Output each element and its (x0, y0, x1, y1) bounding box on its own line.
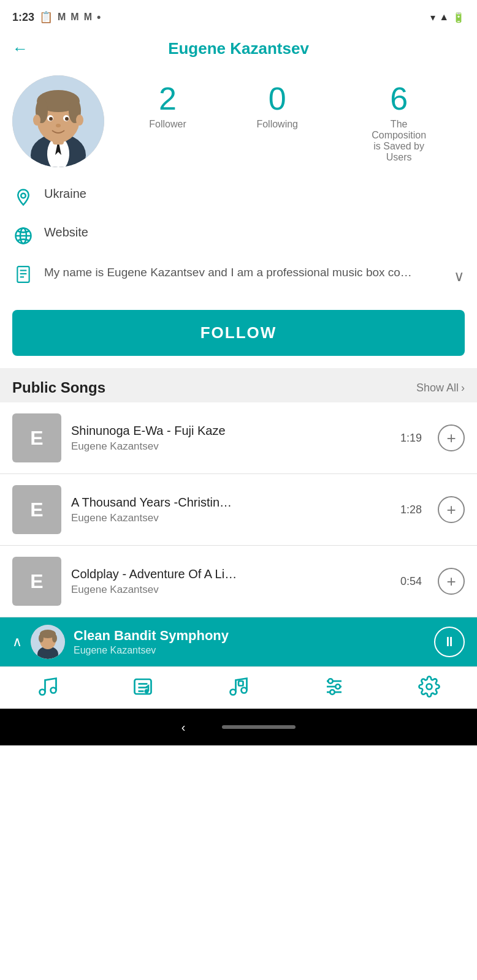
home-music-icon (37, 676, 59, 703)
svg-point-13 (56, 124, 61, 127)
song-title-2: Coldplay - Adventure Of A Li… (71, 567, 391, 581)
nav-item-music[interactable] (227, 676, 250, 703)
battery-icon: 🔋 (452, 12, 465, 23)
song-info-0: Shinunoga E-Wa - Fuji Kaze Eugene Kazant… (71, 424, 391, 453)
svg-point-30 (39, 690, 45, 695)
website-icon (12, 227, 34, 249)
nav-item-mixer[interactable] (323, 676, 345, 703)
svg-point-37 (230, 690, 235, 695)
location-text: Ukraine (44, 187, 465, 201)
status-icon-m3: M (84, 12, 92, 23)
songs-section-title: Public Songs (12, 379, 105, 396)
stat-follower[interactable]: 2 Follower (149, 81, 186, 163)
status-icon-clipboard: 📋 (39, 10, 53, 24)
bio-expand-icon[interactable]: ∨ (454, 268, 465, 285)
following-count: 0 (269, 81, 286, 116)
back-system-button[interactable]: ‹ (181, 720, 186, 734)
svg-point-44 (335, 684, 340, 689)
follow-button-container: FOLLOW (0, 301, 477, 368)
stats-container: 2 Follower 0 Following 6 The Composition… (114, 75, 465, 163)
stat-saved[interactable]: 6 The Composition is Saved by Users (368, 81, 430, 163)
now-playing-expand-icon[interactable]: ∧ (12, 634, 22, 650)
mixer-icon (323, 676, 345, 703)
song-item[interactable]: E Shinunoga E-Wa - Fuji Kaze Eugene Kaza… (0, 402, 477, 474)
song-artist-2: Eugene Kazantsev (71, 584, 391, 596)
show-all-label: Show All (416, 382, 459, 394)
now-playing-info: Clean Bandit Symphony Eugene Kazantsev (74, 628, 425, 656)
svg-point-29 (52, 634, 57, 643)
wifi-icon: ▾ (430, 12, 435, 23)
svg-point-16 (21, 194, 26, 198)
follower-label: Follower (149, 119, 186, 130)
bio-text: My name is Eugene Kazantsev and I am a p… (44, 264, 444, 282)
now-playing-bar[interactable]: ∧ Clean Bandit Symphony Eugene Kazantsev… (0, 617, 477, 666)
saved-label: The Composition is Saved by Users (368, 119, 430, 163)
now-playing-avatar (31, 625, 65, 659)
pause-icon: ⏸ (443, 634, 456, 650)
song-thumbnail-1: E (12, 485, 61, 534)
avatar (12, 75, 104, 167)
song-duration-1: 1:28 (400, 503, 422, 516)
song-list: E Shinunoga E-Wa - Fuji Kaze Eugene Kaza… (0, 402, 477, 617)
song-title-1: A Thousand Years -Christin… (71, 496, 391, 510)
following-label: Following (256, 119, 298, 130)
status-bar: 1:23 📋 M M M • ▾ ▲ 🔋 (0, 0, 477, 32)
pause-button[interactable]: ⏸ (434, 627, 465, 657)
bio-icon (12, 265, 34, 288)
bio-row: My name is Eugene Kazantsev and I am a p… (12, 257, 465, 295)
nav-item-home[interactable] (37, 676, 59, 703)
status-icon-m2: M (71, 12, 78, 23)
profile-section: 2 Follower 0 Following 6 The Composition… (0, 66, 477, 173)
song-item[interactable]: E A Thousand Years -Christin… Eugene Kaz… (0, 474, 477, 546)
svg-point-43 (328, 679, 333, 684)
svg-point-12 (65, 117, 69, 121)
location-row: Ukraine (12, 179, 465, 218)
svg-point-46 (427, 684, 432, 690)
song-thumbnail-0: E (12, 413, 61, 462)
info-section: Ukraine Website My name is Eugene Kazant… (0, 173, 477, 301)
song-info-2: Coldplay - Adventure Of A Li… Eugene Kaz… (71, 567, 391, 596)
song-info-1: A Thousand Years -Christin… Eugene Kazan… (71, 496, 391, 524)
svg-rect-39 (238, 681, 243, 686)
song-artist-0: Eugene Kazantsev (71, 440, 391, 453)
song-duration-2: 0:54 (400, 575, 422, 588)
svg-point-28 (39, 634, 44, 643)
signal-icon: ▲ (439, 12, 449, 23)
songs-section-header: Public Songs Show All › (0, 368, 477, 402)
page-title: Eugene Kazantsev (168, 39, 309, 58)
list-music-icon (132, 676, 154, 703)
website-text[interactable]: Website (44, 225, 465, 239)
back-button[interactable]: ← (12, 39, 28, 58)
svg-point-36 (145, 690, 148, 693)
svg-point-11 (49, 117, 53, 121)
avatar-image (12, 75, 104, 167)
system-home-pill[interactable] (222, 725, 296, 729)
song-duration-0: 1:19 (400, 432, 422, 445)
svg-point-45 (330, 690, 335, 695)
follower-count: 2 (159, 81, 177, 116)
music-note-icon (227, 676, 250, 703)
song-title-0: Shinunoga E-Wa - Fuji Kaze (71, 424, 391, 438)
location-icon (12, 188, 34, 211)
stat-following[interactable]: 0 Following (256, 81, 298, 163)
nav-item-list[interactable] (132, 676, 154, 703)
song-add-button-2[interactable]: + (438, 568, 465, 595)
show-all-button[interactable]: Show All › (416, 382, 465, 394)
bottom-navigation (0, 666, 477, 709)
status-dot: • (97, 11, 101, 24)
nav-item-settings[interactable] (418, 676, 440, 703)
follow-button[interactable]: FOLLOW (12, 310, 465, 356)
svg-point-38 (241, 688, 246, 693)
now-playing-artist: Eugene Kazantsev (74, 645, 425, 656)
status-right-icons: ▾ ▲ 🔋 (430, 12, 465, 23)
header: ← Eugene Kazantsev (0, 32, 477, 66)
saved-count: 6 (390, 81, 408, 116)
system-navigation-bar: ‹ (0, 709, 477, 745)
song-add-button-1[interactable]: + (438, 496, 465, 523)
website-row: Website (12, 218, 465, 257)
song-artist-1: Eugene Kazantsev (71, 512, 391, 524)
song-add-button-0[interactable]: + (438, 424, 465, 451)
time-display: 1:23 (12, 11, 34, 24)
status-icon-m1: M (58, 12, 66, 23)
song-item[interactable]: E Coldplay - Adventure Of A Li… Eugene K… (0, 546, 477, 617)
